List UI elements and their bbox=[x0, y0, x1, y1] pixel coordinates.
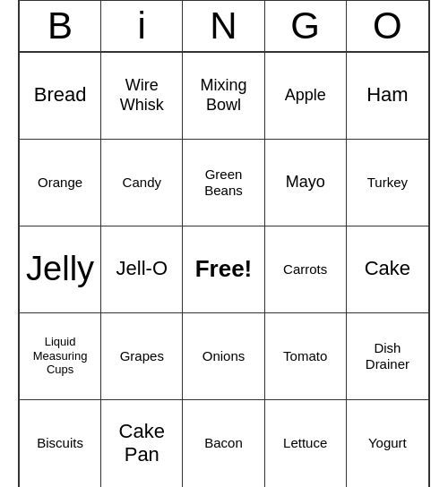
bingo-cell: Bacon bbox=[183, 400, 264, 487]
bingo-cell: Jelly bbox=[20, 226, 101, 313]
bingo-cell: Candy bbox=[101, 140, 183, 226]
header-letter: G bbox=[265, 1, 347, 51]
bingo-cell: Green Beans bbox=[183, 140, 264, 226]
bingo-cell: Carrots bbox=[265, 226, 347, 313]
bingo-cell: Turkey bbox=[347, 140, 428, 226]
bingo-cell: Tomato bbox=[265, 313, 347, 400]
bingo-card: BiNGO BreadWire WhiskMixing BowlAppleHam… bbox=[18, 0, 430, 487]
bingo-cell: Wire Whisk bbox=[101, 53, 183, 140]
bingo-cell: Grapes bbox=[101, 313, 183, 400]
bingo-cell: Ham bbox=[347, 53, 428, 140]
bingo-cell: Lettuce bbox=[265, 400, 347, 487]
header-letter: O bbox=[347, 1, 428, 51]
bingo-cell: Free! bbox=[183, 226, 264, 313]
bingo-cell: Onions bbox=[183, 313, 264, 400]
header-letter: i bbox=[101, 1, 183, 51]
header-letter: N bbox=[183, 1, 264, 51]
header-letter: B bbox=[20, 1, 101, 51]
bingo-grid: BreadWire WhiskMixing BowlAppleHamOrange… bbox=[20, 53, 428, 487]
bingo-cell: Cake bbox=[347, 226, 428, 313]
bingo-cell: Mayo bbox=[265, 140, 347, 226]
bingo-cell: Liquid Measuring Cups bbox=[20, 313, 101, 400]
bingo-header: BiNGO bbox=[20, 1, 428, 53]
bingo-cell: Bread bbox=[20, 53, 101, 140]
bingo-cell: Jell-O bbox=[101, 226, 183, 313]
bingo-cell: Dish Drainer bbox=[347, 313, 428, 400]
bingo-cell: Mixing Bowl bbox=[183, 53, 264, 140]
bingo-cell: Biscuits bbox=[20, 400, 101, 487]
bingo-cell: Cake Pan bbox=[101, 400, 183, 487]
bingo-cell: Orange bbox=[20, 140, 101, 226]
bingo-cell: Yogurt bbox=[347, 400, 428, 487]
bingo-cell: Apple bbox=[265, 53, 347, 140]
